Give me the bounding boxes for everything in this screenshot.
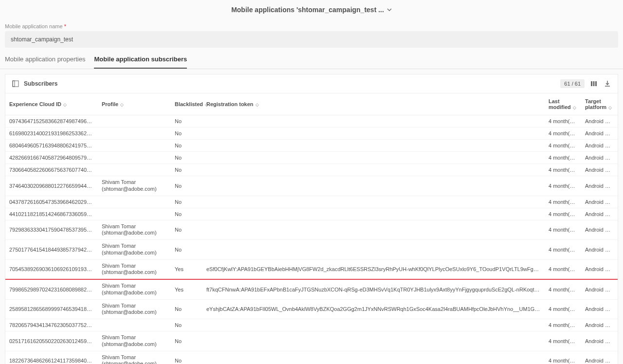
- subscribers-panel: Subscribers 61 / 61 Experience Cloud ID◇…: [5, 74, 618, 364]
- cell-ecid: 70545389269036106926109193512343825682: [5, 259, 98, 279]
- cell-profile: Shivam Tomar(shtomar@adobe.com): [98, 351, 171, 364]
- cell-ecid: 09743647152583662874987496318013414818: [5, 115, 98, 127]
- cell-modified: 4 month(s) ago: [545, 140, 581, 152]
- cell-blacklisted: Yes: [171, 279, 202, 299]
- cell-token: [202, 351, 545, 364]
- svg-rect-0: [13, 81, 18, 87]
- tabs: Mobile application properties Mobile app…: [0, 48, 623, 69]
- cell-modified: 4 month(s) ago: [545, 176, 581, 196]
- cell-token: ft7kqCFNnwA:APA91bEFxAPbnB1caFyJTGSNuzbX…: [202, 279, 545, 299]
- cell-blacklisted: No: [171, 331, 202, 351]
- table-row[interactable]: 25895812865689999746539418495037146499Sh…: [5, 299, 618, 319]
- cell-ecid: 79298363330417590478537395228500341975: [5, 220, 98, 240]
- table-row[interactable]: 27501776415418449385737942837235435807Sh…: [5, 240, 618, 260]
- cell-modified: 4 month(s) ago: [545, 279, 581, 299]
- cell-blacklisted: No: [171, 115, 202, 127]
- table-row[interactable]: 02517161620550220263012459446984777773Sh…: [5, 331, 618, 351]
- cell-platform: Android GCM: [581, 164, 618, 176]
- cell-modified: 4 month(s) ago: [545, 331, 581, 351]
- table-row[interactable]: 09743647152583662874987496318013414818No…: [5, 115, 618, 127]
- table-row[interactable]: 37464030209688012276659944867245960191Sh…: [5, 176, 618, 196]
- cell-profile: [98, 319, 171, 331]
- col-header-modified[interactable]: Last modified◇: [545, 93, 581, 115]
- table-row[interactable]: 79298363330417590478537395228500341975Sh…: [5, 220, 618, 240]
- svg-rect-4: [595, 81, 597, 86]
- cell-profile: [98, 127, 171, 140]
- cell-profile: [98, 115, 171, 127]
- cell-platform: Android GCM: [581, 115, 618, 127]
- cell-platform: Android GCM: [581, 220, 618, 240]
- cell-modified: 4 month(s) ago: [545, 208, 581, 220]
- col-header-token[interactable]: Registration token◇: [202, 93, 545, 115]
- mobile-app-name-input[interactable]: [5, 31, 618, 48]
- cell-blacklisted: No: [171, 299, 202, 319]
- cell-profile: Shivam Tomar(shtomar@adobe.com): [98, 176, 171, 196]
- cell-modified: 4 month(s) ago: [545, 319, 581, 331]
- cell-token: [202, 115, 545, 127]
- cell-blacklisted: No: [171, 196, 202, 208]
- name-field-section: Mobile application name *: [0, 19, 623, 48]
- cell-modified: 4 month(s) ago: [545, 259, 581, 279]
- panel-header: Subscribers 61 / 61: [5, 74, 618, 93]
- page-header: Mobile applications 'shtomar_campaign_te…: [0, 0, 623, 19]
- cell-blacklisted: No: [171, 319, 202, 331]
- cell-modified: 4 month(s) ago: [545, 220, 581, 240]
- cell-platform: Android GCM: [581, 208, 618, 220]
- col-header-blacklisted[interactable]: Blacklisted◇: [171, 93, 202, 115]
- cell-ecid: 78206579434134762305037752064007915375: [5, 319, 98, 331]
- cell-modified: 4 month(s) ago: [545, 351, 581, 364]
- subscribers-table: Experience Cloud ID◇ Profile◇ Blackliste…: [5, 93, 618, 364]
- panel-title: Subscribers: [24, 80, 57, 87]
- cell-token: [202, 240, 545, 260]
- table-row[interactable]: 68046496057163948806241975761664222016No…: [5, 140, 618, 152]
- cell-modified: 4 month(s) ago: [545, 127, 581, 140]
- cell-blacklisted: No: [171, 176, 202, 196]
- download-icon[interactable]: [603, 79, 612, 88]
- cell-platform: Android GCM: [581, 240, 618, 260]
- table-row[interactable]: 70545389269036106926109193512343825682Sh…: [5, 259, 618, 279]
- cell-ecid: 18226736486266124117359840081359586587: [5, 351, 98, 364]
- table-row[interactable]: 79986529897024231608089882315422206724Sh…: [5, 279, 618, 299]
- svg-rect-3: [593, 81, 595, 86]
- cell-token: eYshjbCAtZA:APA91bFIl05WL_Ovnb4AklW8VyBZ…: [202, 299, 545, 319]
- cell-blacklisted: No: [171, 208, 202, 220]
- cell-profile: [98, 196, 171, 208]
- cell-profile: [98, 152, 171, 164]
- cell-profile: Shivam Tomar(shtomar@adobe.com): [98, 331, 171, 351]
- sort-icon: ◇: [63, 102, 67, 107]
- col-header-ecid[interactable]: Experience Cloud ID◇: [5, 93, 98, 115]
- cell-platform: Android GCM: [581, 279, 618, 299]
- col-header-platform[interactable]: Target platform◇: [581, 93, 618, 115]
- tab-properties[interactable]: Mobile application properties: [5, 55, 85, 69]
- tab-subscribers[interactable]: Mobile application subscribers: [94, 55, 187, 69]
- cell-token: [202, 208, 545, 220]
- cell-profile: Shivam Tomar(shtomar@adobe.com): [98, 299, 171, 319]
- sort-icon: ◇: [120, 102, 124, 107]
- cell-profile: [98, 164, 171, 176]
- cell-token: [202, 140, 545, 152]
- cell-token: eSf0CfjKwlY:APA91bGEYBbAiebHHMjVG8FW2d_z…: [202, 259, 545, 279]
- cell-platform: Android GCM: [581, 140, 618, 152]
- cell-token: [202, 319, 545, 331]
- col-header-profile[interactable]: Profile◇: [98, 93, 171, 115]
- table-row[interactable]: 04378726160547353968462029848371384222No…: [5, 196, 618, 208]
- cell-blacklisted: No: [171, 351, 202, 364]
- page-title-dropdown[interactable]: Mobile applications 'shtomar_campaign_te…: [231, 6, 392, 14]
- table-row[interactable]: 44102118218514246867336059137357089003No…: [5, 208, 618, 220]
- columns-config-icon[interactable]: [589, 79, 598, 88]
- table-row[interactable]: 42826691667405872964809579796897772335No…: [5, 152, 618, 164]
- table-row[interactable]: 18226736486266124117359840081359586587Sh…: [5, 351, 618, 364]
- cell-platform: Android GCM: [581, 331, 618, 351]
- table-row[interactable]: 61698023140021931986253362641000833088No…: [5, 127, 618, 140]
- table-row[interactable]: 73066405822606675637607740983862984733No…: [5, 164, 618, 176]
- cell-token: [202, 164, 545, 176]
- cell-platform: Android GCM: [581, 259, 618, 279]
- cell-blacklisted: No: [171, 164, 202, 176]
- cell-platform: Android GCM: [581, 299, 618, 319]
- cell-ecid: 04378726160547353968462029848371384222: [5, 196, 98, 208]
- table-row[interactable]: 78206579434134762305037752064007915375No…: [5, 319, 618, 331]
- cell-blacklisted: Yes: [171, 259, 202, 279]
- cell-ecid: 61698023140021931986253362641000833088: [5, 127, 98, 140]
- cell-platform: Android GCM: [581, 351, 618, 364]
- cell-profile: Shivam Tomar(shtomar@adobe.com): [98, 259, 171, 279]
